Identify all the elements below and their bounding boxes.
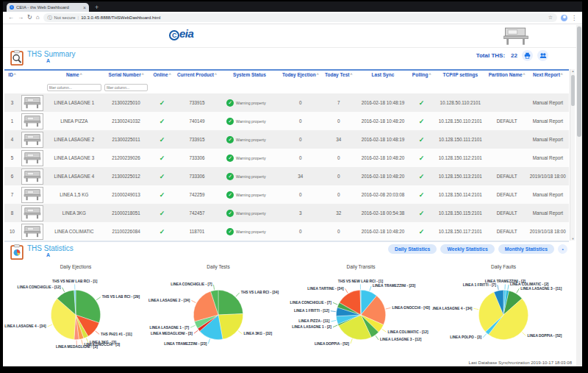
pie-label: LINEA DOPPIA - [52] bbox=[315, 342, 349, 346]
sort-caret-icon[interactable]: ^ bbox=[142, 72, 144, 77]
scroll-up-icon[interactable]: ▲ bbox=[570, 69, 576, 73]
pie-label: LINEA LASAGNE 3 - [12] bbox=[380, 338, 422, 341]
column-header[interactable]: Today Ejection^ bbox=[280, 70, 321, 78]
reload-icon[interactable]: ↻ bbox=[27, 15, 32, 21]
column-header[interactable]: Partition Name^ bbox=[487, 70, 526, 78]
cell-current-product: 733915 bbox=[175, 93, 219, 112]
table-header: ID^Name^Serial Number^Online^Current Pro… bbox=[4, 70, 569, 93]
serial-filter-input[interactable] bbox=[104, 84, 148, 91]
cell-today-test: 32 bbox=[321, 204, 356, 222]
table-row[interactable]: 10LINEA COLIMATIC21100226084✓118701✓Warn… bbox=[4, 222, 569, 241]
pie-label-line bbox=[333, 302, 337, 305]
column-header[interactable]: Current Product^ bbox=[175, 70, 219, 78]
ths-thumbnail bbox=[20, 167, 46, 185]
green-check-icon: ✓ bbox=[159, 118, 165, 125]
stats-more-button[interactable]: ▪ bbox=[558, 244, 567, 254]
ths-thumbnail bbox=[20, 222, 46, 241]
chart-title: Daily Faults bbox=[432, 264, 575, 271]
pie-label: LINEA MEDAGLIONI - [3] bbox=[56, 345, 98, 349]
last-sync-footer: Last Database Synchronization 2019-10-17… bbox=[469, 360, 572, 365]
table-row[interactable]: 8LINEA 3KG21000218051✓742457✓Warning pro… bbox=[4, 204, 569, 222]
users-button[interactable] bbox=[537, 50, 548, 61]
browser-scrollbar[interactable] bbox=[576, 25, 582, 366]
column-header[interactable]: ID^ bbox=[4, 70, 20, 78]
column-header[interactable]: Name^ bbox=[46, 70, 103, 78]
sort-caret-icon[interactable]: ^ bbox=[429, 72, 431, 77]
table-row[interactable]: 1LINEA PIZZA21300241032✓740149✓Warning p… bbox=[4, 112, 569, 130]
table-row[interactable]: 5LINEA LASAGNE 321200239026✓733306✓Warni… bbox=[4, 149, 569, 167]
bookmark-star-icon[interactable]: ☆ bbox=[548, 15, 553, 21]
browser-scroll-thumb[interactable] bbox=[577, 26, 581, 137]
cell-next-report: Manual Report bbox=[527, 185, 569, 204]
tab-close-icon[interactable]: × bbox=[83, 5, 86, 10]
green-check-icon: ✓ bbox=[419, 210, 425, 217]
tab-title: CEIA - ths Web Dashboard bbox=[16, 5, 81, 10]
pie-label-line bbox=[331, 320, 336, 321]
pie-label: THS VS NEW LAB RCI - [1] bbox=[338, 280, 384, 283]
summary-subtitle-link[interactable]: A bbox=[46, 58, 76, 63]
column-header[interactable]: Serial Number^ bbox=[103, 70, 149, 78]
cell-polling: ✓ bbox=[409, 112, 434, 130]
cell-next-report: Manual Report bbox=[527, 112, 569, 130]
pie-label-line bbox=[333, 325, 337, 327]
sort-caret-icon[interactable]: ^ bbox=[561, 72, 563, 77]
sort-caret-icon[interactable]: ^ bbox=[14, 72, 16, 77]
back-icon[interactable]: ← bbox=[8, 15, 14, 21]
table-row[interactable]: 7LINEA 1,5 KG21000249013✓742259✓Warning … bbox=[4, 185, 569, 204]
sort-caret-icon[interactable]: ^ bbox=[169, 72, 171, 77]
print-button[interactable] bbox=[522, 50, 533, 61]
cell-id: 10 bbox=[4, 222, 20, 241]
pie-label: LINEA COLIMATIC - [12] bbox=[387, 330, 429, 334]
cell-next-report: Manual Report bbox=[527, 149, 569, 167]
browser-tab[interactable]: C CEIA - ths Web Dashboard × bbox=[7, 3, 89, 12]
cell-serial: 21200239026 bbox=[103, 149, 149, 167]
filter-row bbox=[4, 78, 569, 93]
charts-row: Daily Ejections THS VS LAB RCI - [29]THS… bbox=[3, 263, 576, 358]
table-row[interactable]: 3LINEA LASAGNE 121300225010✓733915✓Warni… bbox=[4, 93, 569, 112]
green-check-icon: ✓ bbox=[419, 99, 425, 107]
table-row[interactable]: 4LINEA LASAGNE 221300225011✓733915✓Warni… bbox=[4, 130, 569, 149]
scroll-down-icon[interactable]: ▼ bbox=[570, 237, 576, 241]
menu-dots-icon[interactable]: ⋮ bbox=[571, 15, 577, 21]
cell-partition bbox=[487, 93, 526, 112]
profile-avatar[interactable] bbox=[561, 15, 567, 21]
cell-last-sync: 2016-02-18 10:48:19 bbox=[356, 130, 409, 149]
info-icon[interactable]: ⓘ bbox=[48, 15, 52, 21]
pie-label-line bbox=[382, 329, 387, 332]
table-scroll-thumb[interactable] bbox=[571, 75, 575, 106]
home-icon[interactable]: ⌂ bbox=[36, 15, 40, 21]
pie-label-line bbox=[96, 297, 101, 300]
sort-caret-icon[interactable]: ^ bbox=[523, 72, 526, 77]
column-header[interactable]: Polling^ bbox=[409, 70, 434, 78]
daily-statistics-button[interactable]: Daily Statistics bbox=[388, 244, 437, 254]
status-text: Warning property bbox=[236, 101, 265, 105]
forward-icon[interactable]: → bbox=[18, 15, 24, 21]
cell-today-ejection: 0 bbox=[280, 130, 321, 149]
column-header[interactable]: Today Test^ bbox=[321, 70, 356, 78]
statistics-subtitle-link[interactable]: A bbox=[46, 252, 74, 257]
url-input[interactable]: ⓘ Not secure | 10.3.0.45:8888/THSWebDash… bbox=[43, 13, 557, 22]
sort-caret-icon[interactable]: ^ bbox=[215, 72, 217, 77]
monthly-statistics-button[interactable]: Monthly Statistics bbox=[498, 244, 554, 254]
sort-caret-icon[interactable]: ^ bbox=[317, 72, 319, 77]
cell-name: LINEA COLIMATIC bbox=[46, 222, 103, 241]
cell-last-sync: 2016-02-18 10:48:19 bbox=[356, 93, 409, 112]
new-tab-button[interactable]: + bbox=[95, 3, 98, 12]
name-filter-input[interactable] bbox=[47, 84, 101, 91]
ths-summary-table: ID^Name^Serial Number^Online^Current Pro… bbox=[4, 69, 569, 241]
sort-caret-icon[interactable]: ^ bbox=[350, 72, 352, 77]
cell-online: ✓ bbox=[149, 93, 175, 112]
total-ths: Total THS:22 bbox=[476, 52, 517, 59]
cell-today-ejection: 0 bbox=[280, 222, 321, 241]
pie-label: LINEA TRAMEZZINI - [23] bbox=[373, 284, 415, 288]
table-row[interactable]: 6LINEA LASAGNE 421300225012✓733306✓Warni… bbox=[4, 167, 569, 185]
weekly-statistics-button[interactable]: Weekly Statistics bbox=[440, 244, 494, 254]
table-scrollbar[interactable]: ▲ ▼ bbox=[570, 69, 575, 241]
column-header[interactable]: Next Report^ bbox=[527, 70, 569, 78]
pie-label-line bbox=[190, 325, 195, 327]
cell-last-sync: 2016-02-18 10:48:20 bbox=[356, 149, 409, 167]
pie-label: LINEA CONCHIGLIE - [7] bbox=[171, 283, 212, 286]
cell-polling: ✓ bbox=[409, 222, 434, 241]
column-header[interactable]: Online^ bbox=[149, 70, 175, 78]
sort-caret-icon[interactable]: ^ bbox=[80, 72, 82, 77]
